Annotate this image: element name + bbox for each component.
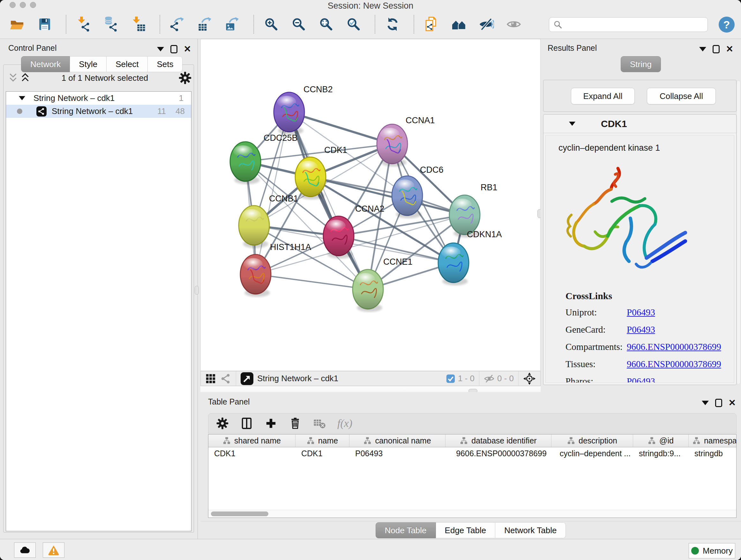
column-header-description[interactable]: description <box>551 435 633 447</box>
hidden-eye-icon[interactable] <box>484 373 495 384</box>
tab-network-table[interactable]: Network Table <box>495 522 566 538</box>
network-node-CDC6[interactable] <box>392 176 422 219</box>
network-node-CCNE1[interactable] <box>353 269 383 312</box>
protein-section-header[interactable]: CDK1 <box>543 115 736 133</box>
selected-checkbox-icon[interactable] <box>446 374 455 383</box>
import-network-from-database-button[interactable] <box>102 15 120 34</box>
network-row-selected[interactable]: String Network – cdk1 11 48 <box>6 105 191 118</box>
tab-string[interactable]: String <box>621 56 661 72</box>
network-node-CCNA2[interactable] <box>323 216 354 259</box>
results-scrollbar[interactable] <box>737 80 740 384</box>
tab-select[interactable]: Select <box>107 56 148 72</box>
show-columns-icon[interactable] <box>240 417 253 430</box>
float-panel-icon[interactable] <box>157 47 164 51</box>
hide-selected-button[interactable] <box>477 15 495 34</box>
crosslink-link[interactable]: P06493 <box>627 376 655 383</box>
column-header-shared-name[interactable]: shared name <box>208 435 295 447</box>
network-node-HIST1H1A[interactable] <box>240 254 271 297</box>
toolbar-separator <box>414 15 414 34</box>
column-header-database-identifier[interactable]: database identifier <box>446 435 551 447</box>
node-label-CDKN1A: CDKN1A <box>467 230 502 239</box>
network-node-CDKN1A[interactable] <box>438 243 469 286</box>
network-options-gear-icon[interactable] <box>179 71 192 84</box>
export-image-button[interactable] <box>223 15 241 34</box>
zoom-in-button[interactable] <box>262 15 280 34</box>
export-network-button[interactable] <box>169 15 186 34</box>
add-column-icon[interactable] <box>265 417 277 430</box>
collection-expander-icon[interactable] <box>19 96 25 100</box>
zoom-out-button[interactable] <box>290 15 308 34</box>
close-table-icon[interactable]: ✕ <box>729 398 736 408</box>
birdseye-view-button[interactable] <box>241 372 253 385</box>
search-field[interactable] <box>549 17 708 32</box>
import-network-from-file-button[interactable] <box>75 15 92 34</box>
float-table-icon[interactable] <box>702 401 709 405</box>
float-results-icon[interactable] <box>699 47 706 51</box>
tab-edge-table[interactable]: Edge Table <box>436 522 495 538</box>
table-row[interactable]: CDK1CDK1P064939606.ENSP00000378699cyclin… <box>208 447 736 459</box>
tab-style[interactable]: Style <box>70 56 107 72</box>
first-neighbors-button[interactable] <box>450 15 468 34</box>
search-input[interactable] <box>565 20 708 29</box>
section-expander-icon[interactable] <box>569 122 576 126</box>
import-table-from-file-button[interactable] <box>130 15 147 34</box>
warnings-button[interactable] <box>43 543 64 558</box>
column-header-canonical-name[interactable]: canonical name <box>349 435 446 447</box>
crosslink-link[interactable]: P06493 <box>627 307 655 318</box>
left-splitter-handle[interactable] <box>195 286 199 295</box>
tab-node-table[interactable]: Node Table <box>376 522 436 538</box>
network-node-CCNB2[interactable] <box>274 92 305 135</box>
close-results-icon[interactable]: ✕ <box>726 45 733 54</box>
export-table-button[interactable] <box>196 15 214 34</box>
memory-button[interactable]: Memory <box>689 543 735 558</box>
refresh-layout-button[interactable] <box>384 15 401 34</box>
table-hscroll-thumb[interactable] <box>211 511 268 516</box>
expand-all-networks-icon[interactable] <box>7 72 19 84</box>
network-edge-CCNB2-CCNE1[interactable] <box>289 112 368 289</box>
open-session-button[interactable] <box>8 15 26 34</box>
maximize-table-icon[interactable] <box>715 399 722 407</box>
collapse-all-networks-icon[interactable] <box>19 72 31 84</box>
network-node-CCNB1[interactable] <box>239 206 269 248</box>
maximize-results-icon[interactable] <box>713 45 720 53</box>
network-tree: String Network – cdk1 1 String Network –… <box>6 91 192 531</box>
column-header--id[interactable]: @id <box>633 435 689 447</box>
zoom-fit-button[interactable] <box>317 15 335 34</box>
column-header-name[interactable]: name <box>295 435 349 447</box>
collapse-all-button[interactable]: Collapse All <box>647 88 716 105</box>
help-button[interactable]: ? <box>719 17 735 33</box>
network-node-CDK1[interactable] <box>295 157 326 199</box>
new-network-from-selection-button[interactable] <box>422 15 441 34</box>
crosslink-link[interactable]: 9606.ENSP00000378699 <box>627 359 721 369</box>
expand-all-button[interactable]: Expand All <box>571 88 635 105</box>
delete-column-icon[interactable] <box>289 417 301 430</box>
close-panel-icon[interactable]: ✕ <box>184 45 191 54</box>
network-edge-HIST1H1A-CCNE1[interactable] <box>256 274 368 289</box>
maximize-panel-icon[interactable] <box>171 45 178 53</box>
control-panel-title: Control Panel <box>8 44 57 53</box>
network-view-canvas[interactable]: CCNB2CCNA1CDC25BCDK1CDC6RB1CCNB1CCNA2CDK… <box>200 39 541 371</box>
network-collection-row[interactable]: String Network – cdk1 1 <box>6 91 191 105</box>
crosshair-icon[interactable] <box>523 372 536 385</box>
network-edge-CCNB2-CCNA1[interactable] <box>289 112 392 144</box>
tab-sets[interactable]: Sets <box>148 56 183 72</box>
network-view-icon[interactable] <box>220 373 231 384</box>
network-node-CCNA1[interactable] <box>377 124 408 167</box>
table-hscrollbar[interactable] <box>208 510 736 517</box>
cloud-button[interactable] <box>14 543 36 558</box>
column-header-namespace[interactable]: namespace <box>689 435 737 447</box>
save-session-button[interactable] <box>36 15 54 34</box>
clone-network-icon <box>424 17 439 32</box>
grid-view-icon[interactable] <box>205 373 216 384</box>
network-graph: CCNB2CCNA1CDC25BCDK1CDC6RB1CCNB1CCNA2CDK… <box>201 39 540 371</box>
crosslink-link[interactable]: 9606.ENSP00000378699 <box>627 341 721 352</box>
zoom-selected-button[interactable] <box>345 15 362 34</box>
crosslink-link[interactable]: P06493 <box>627 324 655 335</box>
table-settings-gear-icon[interactable] <box>216 417 229 430</box>
network-edge-CDK1-RB1[interactable] <box>311 177 465 215</box>
show-all-button[interactable] <box>505 15 523 34</box>
table-cell: CDK1 <box>208 449 295 458</box>
network-node-CDC25B[interactable] <box>230 142 261 184</box>
tab-network[interactable]: Network <box>21 56 70 72</box>
crosslink-row: Tissues:9606.ENSP00000378699 <box>565 359 721 369</box>
